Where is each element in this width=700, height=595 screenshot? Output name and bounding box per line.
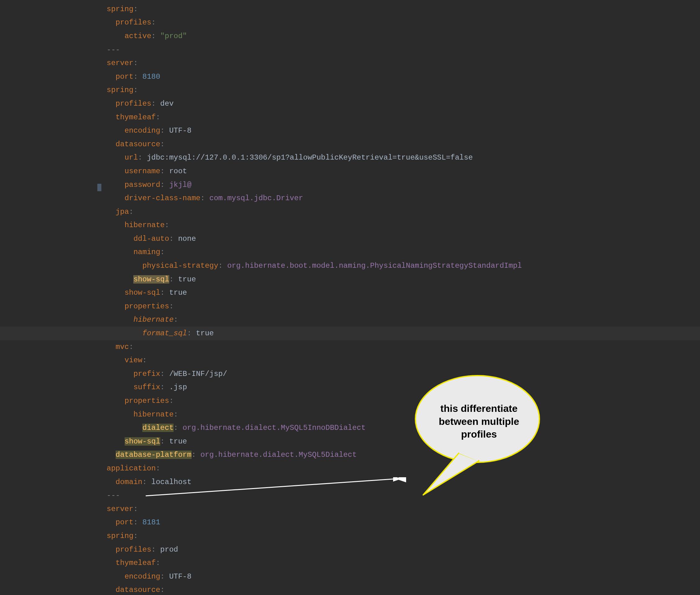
token: server bbox=[107, 59, 133, 67]
token: : bbox=[160, 437, 169, 446]
code-editor[interactable]: spring: profiles: active: "prod"---serve… bbox=[0, 0, 700, 595]
token: : bbox=[160, 167, 169, 175]
code-line: prefix: /WEB-INF/jsp/ bbox=[0, 367, 700, 381]
token: hibernate bbox=[133, 315, 174, 324]
code-line: profiles: dev bbox=[0, 97, 700, 111]
token: : bbox=[151, 545, 160, 554]
token: physical-strategy bbox=[142, 261, 218, 270]
code-line-content: driver-class-name: com.mysql.jdbc.Driver bbox=[107, 193, 303, 204]
token: port bbox=[116, 518, 134, 527]
code-line: show-sql: true bbox=[0, 435, 700, 448]
code-line: encoding: UTF-8 bbox=[0, 570, 700, 584]
token: true bbox=[169, 288, 187, 297]
token: : bbox=[133, 518, 142, 527]
code-line-content: profiles: prod bbox=[107, 544, 178, 555]
code-line: thymeleaf: bbox=[0, 556, 700, 570]
token: hibernate bbox=[133, 410, 174, 419]
token: --- bbox=[107, 46, 120, 54]
token: : bbox=[151, 100, 160, 108]
code-line-content: naming: bbox=[107, 247, 165, 258]
token: : bbox=[133, 73, 142, 81]
token: dialect bbox=[142, 424, 174, 432]
code-line-content: hibernate: bbox=[107, 314, 178, 325]
code-line-content: jpa: bbox=[107, 206, 133, 218]
token: : bbox=[192, 451, 201, 459]
token: password bbox=[124, 181, 160, 189]
code-line-content: properties: bbox=[107, 301, 174, 312]
code-line: --- bbox=[0, 43, 700, 57]
code-line: datasource: bbox=[0, 138, 700, 151]
token: true bbox=[196, 329, 214, 338]
token: : bbox=[142, 478, 151, 486]
token: --- bbox=[107, 491, 120, 500]
code-line-content: username: root bbox=[107, 166, 187, 177]
code-line-content: profiles: bbox=[107, 17, 156, 28]
token: : bbox=[160, 181, 169, 189]
token: spring bbox=[107, 5, 133, 13]
code-line-content: hibernate: bbox=[107, 220, 169, 231]
token: show-sql bbox=[124, 288, 160, 297]
code-line-content: thymeleaf: bbox=[107, 112, 160, 123]
token: : bbox=[151, 18, 156, 27]
code-line: dialect: org.hibernate.dialect.MySQL5Inn… bbox=[0, 421, 700, 435]
token: : bbox=[133, 532, 138, 540]
code-line-content: password: jkjl@ bbox=[107, 179, 192, 191]
token: show-sql bbox=[133, 275, 169, 284]
token: : bbox=[169, 275, 178, 284]
token: : bbox=[142, 356, 147, 364]
token: properties bbox=[124, 397, 169, 405]
code-line-content: dialect: org.hibernate.dialect.MySQL5Inn… bbox=[107, 422, 365, 433]
token: url bbox=[124, 153, 138, 162]
code-line: application: bbox=[0, 462, 700, 475]
token: : bbox=[218, 261, 227, 270]
code-line: --- bbox=[0, 489, 700, 502]
token: datasource bbox=[116, 586, 160, 594]
token: : bbox=[200, 194, 209, 202]
code-line: show-sql: true bbox=[0, 273, 700, 286]
code-line: database-platform: org.hibernate.dialect… bbox=[0, 448, 700, 462]
token: 8180 bbox=[142, 73, 160, 81]
token: properties bbox=[124, 302, 169, 311]
token: domain bbox=[116, 478, 142, 486]
token: : bbox=[156, 464, 160, 473]
code-line: profiles: bbox=[0, 16, 700, 30]
token: .jsp bbox=[169, 383, 187, 391]
token: org.hibernate.dialect.MySQL5Dialect bbox=[200, 451, 357, 459]
token: username bbox=[124, 167, 160, 175]
token: application bbox=[107, 464, 156, 473]
token: : bbox=[160, 248, 165, 256]
token: : bbox=[165, 221, 169, 229]
code-line: mvc: bbox=[0, 340, 700, 354]
code-line-content: suffix: .jsp bbox=[107, 382, 187, 393]
code-line: datasource: bbox=[0, 584, 700, 595]
token: spring bbox=[107, 532, 133, 540]
code-line: thymeleaf: bbox=[0, 111, 700, 124]
token: : bbox=[160, 586, 165, 594]
token: thymeleaf bbox=[116, 113, 156, 121]
code-line-content: encoding: UTF-8 bbox=[107, 125, 192, 136]
code-line-content: application: bbox=[107, 463, 160, 474]
token: true bbox=[169, 437, 187, 446]
token: driver-class-name bbox=[124, 194, 201, 202]
token: /WEB-INF/jsp/ bbox=[169, 370, 227, 378]
code-line-content: thymeleaf: bbox=[107, 558, 160, 569]
token: prod bbox=[160, 545, 178, 554]
code-line: server: bbox=[0, 502, 700, 516]
code-line: active: "prod" bbox=[0, 29, 700, 43]
code-line-content: properties: bbox=[107, 395, 174, 406]
token: database-platform bbox=[116, 451, 192, 459]
code-line: url: jdbc:mysql://127.0.0.1:3306/sp1?all… bbox=[0, 151, 700, 165]
token: datasource bbox=[116, 140, 160, 148]
token: profiles bbox=[116, 18, 151, 27]
code-line-content: show-sql: true bbox=[107, 274, 196, 285]
token: format_sql bbox=[142, 329, 187, 338]
token: encoding bbox=[124, 126, 160, 135]
code-line: driver-class-name: com.mysql.jdbc.Driver bbox=[0, 192, 700, 205]
code-line-content: format_sql: true bbox=[107, 328, 214, 339]
token: : bbox=[129, 343, 133, 351]
token: show-sql bbox=[124, 437, 160, 446]
token: profiles bbox=[116, 100, 151, 108]
token: : bbox=[169, 397, 174, 405]
token: : bbox=[151, 32, 160, 40]
code-line-content: --- bbox=[107, 490, 120, 501]
